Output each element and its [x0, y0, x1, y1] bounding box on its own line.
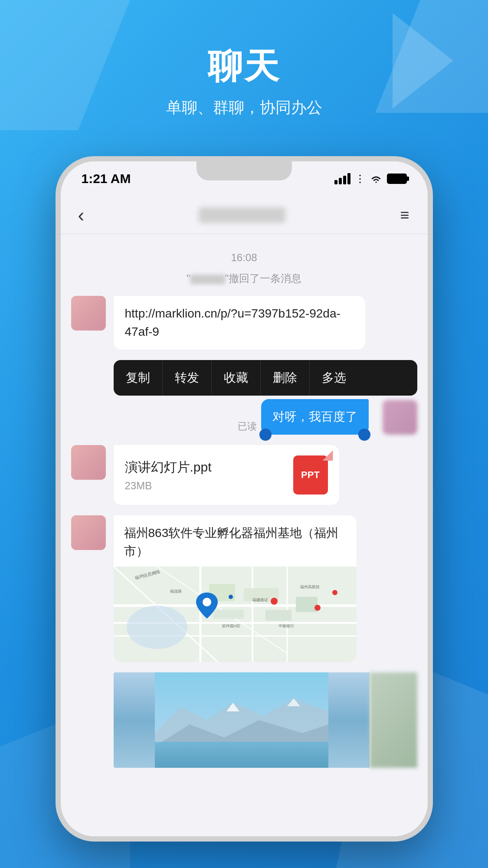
- context-delete[interactable]: 删除: [261, 360, 310, 396]
- read-label: 已读: [238, 420, 257, 433]
- url-text: http://marklion.cn/p/?u=7397b152-92da-47…: [125, 307, 341, 338]
- message-row-url: http://marklion.cn/p/?u=7397b152-92da-47…: [71, 296, 417, 350]
- svg-text:中银银行: 中银银行: [278, 624, 294, 628]
- avatar-left-3: [71, 515, 106, 550]
- image-landscape: [114, 672, 370, 768]
- selection-handle-right: [358, 429, 370, 441]
- recall-name-blur: [190, 275, 225, 284]
- svg-rect-29: [155, 742, 328, 768]
- notch: [197, 161, 292, 180]
- context-copy[interactable]: 复制: [114, 360, 163, 396]
- svg-point-18: [229, 595, 233, 599]
- svg-rect-14: [265, 610, 291, 621]
- svg-text:福连路: 福连路: [170, 589, 182, 593]
- svg-text:福州高新技: 福州高新技: [300, 585, 320, 589]
- map-svg: 福州信息网络 福连路 软件园A区 中银银行 福建路证 福州高新技: [114, 567, 357, 662]
- right-bubble-text: 对呀，我百度了: [272, 410, 357, 423]
- avatar-left-2: [71, 445, 106, 480]
- file-size: 23MB: [125, 480, 293, 492]
- message-row-file: 演讲幻灯片.ppt 23MB PPT: [71, 445, 417, 505]
- timestamp: 16:08: [71, 252, 417, 264]
- svg-point-19: [203, 598, 211, 606]
- battery-icon: [387, 174, 407, 184]
- context-forward[interactable]: 转发: [163, 360, 212, 396]
- bubble-url: http://marklion.cn/p/?u=7397b152-92da-47…: [114, 296, 365, 350]
- svg-text:软件园A区: 软件园A区: [222, 624, 240, 628]
- context-menu-wrap: 复制 转发 收藏 删除 多选: [71, 360, 417, 396]
- bubble-file: 演讲幻灯片.ppt 23MB PPT: [114, 445, 339, 505]
- file-ppt-icon: PPT: [293, 455, 328, 495]
- svg-rect-12: [296, 597, 318, 612]
- page-subtitle: 单聊、群聊，协同办公: [0, 97, 488, 118]
- bubble-location: 福州863软件专业孵化器福州基地（福州市）: [114, 515, 357, 662]
- page-title: 聊天: [0, 43, 488, 90]
- svg-point-9: [127, 606, 187, 649]
- back-button[interactable]: ‹: [78, 204, 85, 226]
- context-multiselect[interactable]: 多选: [310, 360, 358, 396]
- wifi-signal-icon: [370, 174, 383, 184]
- avatar-right-1: [383, 400, 417, 435]
- svg-point-15: [271, 598, 278, 605]
- menu-button[interactable]: ≡: [400, 207, 410, 223]
- message-row-location: 福州863软件专业孵化器福州基地（福州市）: [71, 515, 417, 662]
- nav-bar: ‹ ≡: [61, 196, 428, 234]
- chat-content: 16:08 ""撤回了一条消息 http://marklion.cn/p/?u=…: [61, 234, 428, 836]
- phone-frame: 1:21 AM ⋮: [56, 156, 433, 842]
- recall-message: ""撤回了一条消息: [71, 272, 417, 285]
- bottom-images-row: [114, 672, 417, 768]
- svg-text:福建路证: 福建路证: [252, 598, 268, 602]
- avatar-left-1: [71, 296, 106, 331]
- signal-icon: [334, 173, 350, 184]
- file-name: 演讲幻灯片.ppt: [125, 459, 293, 476]
- phone-mockup: 1:21 AM ⋮: [56, 156, 433, 842]
- wifi-icon: ⋮: [355, 173, 365, 185]
- context-menu: 复制 转发 收藏 删除 多选: [114, 360, 417, 396]
- selection-handle-left: [259, 429, 272, 441]
- location-title: 福州863软件专业孵化器福州基地（福州市）: [114, 515, 357, 567]
- status-bar: 1:21 AM ⋮: [61, 161, 428, 196]
- svg-rect-13: [213, 610, 244, 619]
- svg-point-17: [332, 590, 337, 595]
- image-blurred: [370, 672, 417, 768]
- header-section: 聊天 单聊、群聊，协同办公: [0, 43, 488, 118]
- status-icons: ⋮: [334, 173, 407, 185]
- svg-point-16: [314, 605, 321, 611]
- file-icon-label: PPT: [301, 469, 320, 481]
- message-row-right: 已读 对呀，我百度了: [71, 399, 417, 435]
- status-time: 1:21 AM: [82, 171, 131, 186]
- context-favorite[interactable]: 收藏: [212, 360, 261, 396]
- nav-title-blurred: [199, 207, 285, 223]
- location-map: 福州信息网络 福连路 软件园A区 中银银行 福建路证 福州高新技: [114, 567, 357, 662]
- bubble-right-text: 对呀，我百度了: [261, 399, 369, 435]
- chat-area: 16:08 ""撤回了一条消息 http://marklion.cn/p/?u=…: [61, 234, 428, 836]
